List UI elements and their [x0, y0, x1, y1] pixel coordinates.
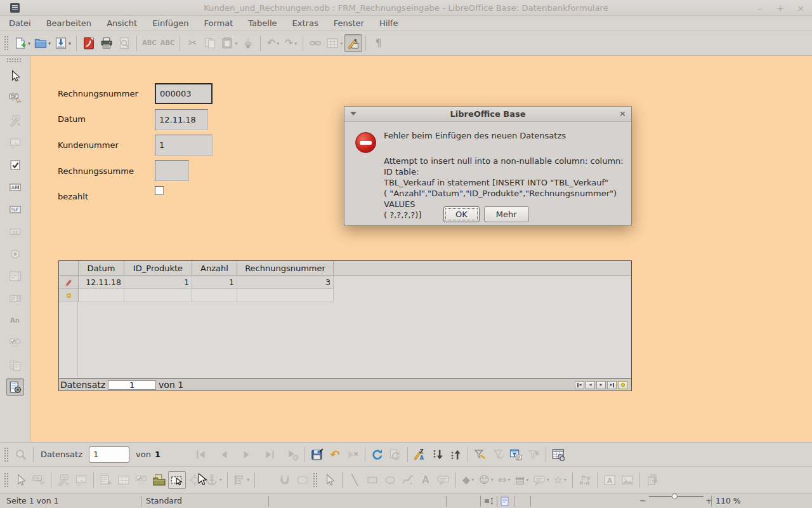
fontwork-gallery-icon: A: [603, 474, 616, 486]
toolbar-handle[interactable]: [313, 472, 317, 488]
kundenummer-field[interactable]: 1: [155, 135, 213, 156]
bezahlt-checkbox[interactable]: [155, 186, 164, 195]
refresh-button[interactable]: [369, 446, 386, 464]
close-icon[interactable]: ×: [796, 3, 806, 13]
sort-button[interactable]: ZA: [411, 446, 429, 464]
selection-mode-icon: [501, 497, 509, 508]
activation-order-button[interactable]: [168, 471, 186, 489]
cell-datum[interactable]: 12.11.18: [79, 276, 124, 289]
column-header-id-produkte[interactable]: ID_Produkte: [124, 261, 192, 275]
rechnungssumme-field[interactable]: [155, 160, 189, 181]
zoom-out-icon[interactable]: −: [639, 496, 646, 505]
grid-corner[interactable]: [59, 261, 79, 275]
grid-first-record-button[interactable]: ◂: [575, 381, 584, 389]
column-header-datum[interactable]: Datum: [79, 261, 124, 275]
select-button[interactable]: [6, 67, 24, 84]
cell-rechnungsnummer[interactable]: 3: [237, 276, 334, 289]
menu-item-1[interactable]: Datei: [1, 16, 39, 30]
ok-button[interactable]: OK: [443, 206, 480, 222]
menu-item-2[interactable]: Bearbeiten: [39, 16, 99, 30]
export-pdf-button[interactable]: [80, 34, 98, 52]
form-design-mode-button[interactable]: [344, 34, 362, 52]
cell-empty[interactable]: [124, 289, 192, 302]
toolbar-separator: [76, 36, 77, 51]
menu-item-4[interactable]: Einfügen: [145, 16, 196, 30]
check-box-button[interactable]: [6, 156, 24, 173]
grid-new-record-button[interactable]: [618, 381, 627, 389]
dialog-titlebar[interactable]: LibreOffice Base ×: [344, 107, 631, 122]
menu-item-9[interactable]: Hilfe: [372, 16, 406, 30]
form-based-filters-button[interactable]: [507, 446, 525, 464]
insert-table-dropdown-icon: ▾: [340, 41, 343, 46]
column-header-anzahl[interactable]: Anzahl: [192, 261, 237, 275]
push-button-2-icon: OK: [9, 225, 22, 238]
dialog-title: LibreOffice Base: [450, 109, 525, 119]
check-box-icon: [9, 159, 22, 171]
dialog-menu-icon[interactable]: [350, 112, 357, 116]
push-button-button[interactable]: OK: [6, 90, 24, 107]
rechnungsnummer-field[interactable]: 000003: [155, 83, 213, 104]
auto-spellcheck-icon: ABC: [160, 40, 175, 46]
row-selector-new[interactable]: [59, 289, 79, 302]
sort-ascending-button[interactable]: [429, 446, 447, 464]
form-navigator-button[interactable]: [150, 471, 168, 489]
label-field-icon: An: [10, 318, 20, 324]
grid-record-input[interactable]: 1: [108, 380, 156, 390]
grid-last-record-button[interactable]: ▸: [607, 381, 617, 389]
select-2-icon: [324, 474, 336, 486]
open-button[interactable]: ▾: [32, 34, 53, 52]
undo-data-entry-button[interactable]: ↶: [326, 446, 344, 464]
open-dropdown-icon[interactable]: ▾: [48, 41, 51, 46]
save-record-button[interactable]: [308, 446, 326, 464]
toolbar-separator: [227, 472, 228, 488]
column-header-rechnungsnummer[interactable]: Rechnungsnummer: [237, 261, 334, 275]
toolbar-handle[interactable]: [4, 36, 8, 51]
zoom-slider-thumb[interactable]: [672, 493, 678, 499]
print-button[interactable]: [98, 34, 115, 52]
sort-descending-button[interactable]: [447, 446, 464, 464]
grid-next-record-button[interactable]: ▸: [596, 381, 606, 389]
formatted-field-button[interactable]: %F: [6, 201, 24, 218]
grid-empty-area: [59, 302, 631, 378]
toolbar-spacer: [163, 454, 192, 455]
datum-field[interactable]: 12.11.18: [155, 109, 208, 130]
toggle-design-mode-button[interactable]: [6, 378, 24, 396]
menu-item-6[interactable]: Tabelle: [240, 16, 284, 30]
cell-empty[interactable]: [79, 289, 124, 302]
new-document-button[interactable]: ▾: [12, 34, 32, 52]
text-box-button[interactable]: AB: [6, 178, 24, 196]
menu-item-5[interactable]: Format: [197, 16, 241, 30]
toolbar-separator: [468, 447, 468, 462]
cell-id-produkte[interactable]: 1: [124, 276, 192, 289]
formatted-field-icon: %F: [9, 203, 22, 216]
freeform-line-icon: [402, 474, 414, 486]
toolbar-handle[interactable]: [4, 472, 8, 488]
toolbar-handle[interactable]: [4, 447, 8, 462]
menu-item-7[interactable]: Extras: [285, 16, 326, 30]
dialog-close-icon[interactable]: ×: [619, 109, 626, 118]
save-dropdown-icon[interactable]: ▾: [69, 41, 71, 46]
save-button[interactable]: ▾: [53, 34, 73, 52]
maximize-icon[interactable]: +: [775, 3, 785, 13]
minimize-icon[interactable]: –: [755, 3, 765, 13]
mehr-button[interactable]: Mehr: [484, 206, 529, 222]
zoom-slider[interactable]: [649, 496, 704, 497]
menu-item-8[interactable]: Fenster: [326, 16, 372, 30]
new-document-dropdown-icon[interactable]: ▾: [28, 41, 30, 46]
toolbar-handle[interactable]: [6, 58, 22, 62]
titlebar: Kunden_und_Rechnungen.odb : FRM_Rechnung…: [0, 0, 812, 16]
record-input[interactable]: 1: [89, 446, 129, 463]
grid-previous-record-button[interactable]: ◂: [586, 381, 595, 389]
data-source-as-table-button[interactable]: [549, 446, 567, 464]
field-label-bezahlt: bezahlt: [58, 192, 88, 201]
cell-empty[interactable]: [237, 289, 334, 302]
row-selector-editing[interactable]: [59, 276, 79, 289]
auto-filter-button[interactable]: [471, 446, 489, 464]
select-icon: [9, 70, 22, 83]
select-button: [12, 471, 30, 489]
cell-anzahl[interactable]: 1: [192, 276, 237, 289]
cell-empty[interactable]: [192, 289, 237, 302]
save-icon: [55, 37, 67, 50]
error-dialog: LibreOffice Base × Fehler beim Einfügen …: [344, 106, 632, 225]
menu-item-3[interactable]: Ansicht: [99, 16, 145, 30]
